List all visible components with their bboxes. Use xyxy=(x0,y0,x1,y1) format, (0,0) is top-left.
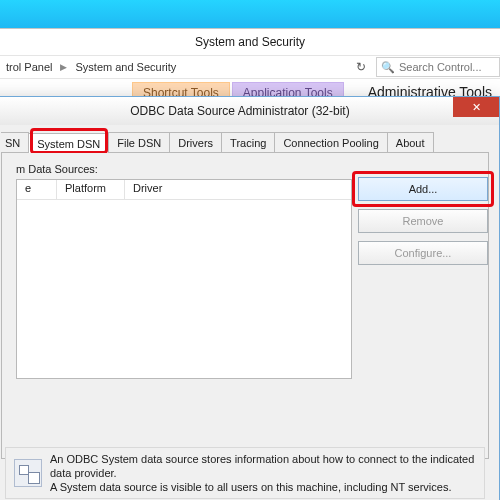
tabstrip: SN System DSN File DSN Drivers Tracing C… xyxy=(1,131,489,153)
search-placeholder: Search Control... xyxy=(399,61,482,73)
tab-system-dsn[interactable]: System DSN xyxy=(28,133,109,153)
desktop: System and Security trol Panel ▶ System … xyxy=(0,0,500,500)
tab-connection-pooling[interactable]: Connection Pooling xyxy=(274,132,387,152)
tab-panel: m Data Sources: e Platform Driver Add...… xyxy=(1,153,489,459)
breadcrumb-item[interactable]: System and Security xyxy=(73,61,178,73)
close-button[interactable]: ✕ xyxy=(453,97,499,117)
column-platform[interactable]: Platform xyxy=(57,180,125,199)
configure-button: Configure... xyxy=(358,241,488,265)
tab-about[interactable]: About xyxy=(387,132,434,152)
dialog-title: ODBC Data Source Administrator (32-bit) xyxy=(0,104,499,118)
data-sources-list[interactable]: e Platform Driver xyxy=(16,179,352,379)
chevron-right-icon: ▶ xyxy=(58,62,69,72)
tab-file-dsn[interactable]: File DSN xyxy=(108,132,170,152)
info-panel: An ODBC System data source stores inform… xyxy=(5,447,485,499)
dialog-titlebar[interactable]: ODBC Data Source Administrator (32-bit) … xyxy=(0,97,499,125)
remove-button: Remove xyxy=(358,209,488,233)
odbc-dialog: ODBC Data Source Administrator (32-bit) … xyxy=(0,96,500,500)
add-button[interactable]: Add... xyxy=(358,177,488,201)
side-buttons: Add... Remove Configure... xyxy=(358,177,488,265)
breadcrumb-item[interactable]: trol Panel xyxy=(4,61,54,73)
explorer-title: System and Security xyxy=(0,29,500,55)
tab-tracing[interactable]: Tracing xyxy=(221,132,275,152)
search-input[interactable]: 🔍 Search Control... xyxy=(376,57,500,77)
datasource-icon xyxy=(14,459,42,487)
list-header: e Platform Driver xyxy=(17,180,351,200)
info-line-1: An ODBC System data source stores inform… xyxy=(50,452,476,480)
breadcrumb-bar: trol Panel ▶ System and Security ↻ 🔍 Sea… xyxy=(0,55,500,79)
dialog-body: SN System DSN File DSN Drivers Tracing C… xyxy=(0,125,499,465)
data-sources-label: m Data Sources: xyxy=(16,163,474,175)
search-icon: 🔍 xyxy=(381,61,395,74)
tab-user-dsn[interactable]: SN xyxy=(1,132,29,152)
column-name[interactable]: e xyxy=(17,180,57,199)
info-text: An ODBC System data source stores inform… xyxy=(50,452,476,494)
info-line-2: A System data source is visible to all u… xyxy=(50,480,476,494)
refresh-icon[interactable]: ↻ xyxy=(350,60,372,74)
tab-drivers[interactable]: Drivers xyxy=(169,132,222,152)
column-driver[interactable]: Driver xyxy=(125,180,351,199)
